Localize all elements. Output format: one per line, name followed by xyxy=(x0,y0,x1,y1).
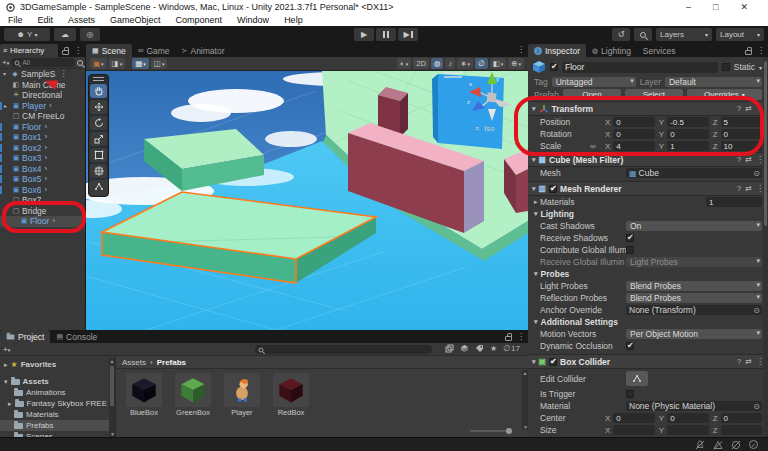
mesh-object-field[interactable]: ▦Cube⊙ xyxy=(626,168,762,178)
anchor-override-field[interactable]: None (Transform)⊙ xyxy=(626,305,762,315)
overlay-drag-handle[interactable] xyxy=(93,77,104,81)
probes-section[interactable]: ▾Probes xyxy=(528,268,768,280)
help-icon[interactable]: ? xyxy=(737,357,741,366)
asset-player[interactable]: Player xyxy=(222,373,262,417)
is-trigger-checkbox[interactable] xyxy=(626,390,634,398)
hierarchy-search-input[interactable]: All xyxy=(11,58,75,67)
receive-shadows-checkbox[interactable] xyxy=(626,234,634,242)
link-scale-icon[interactable]: ∞ xyxy=(590,142,602,151)
notification-muted-icon[interactable] xyxy=(695,440,705,450)
kebab-menu-icon[interactable]: ⋮ xyxy=(60,70,68,78)
kebab-menu-icon[interactable]: ⋮ xyxy=(517,46,525,54)
center-x-field[interactable]: 0 xyxy=(613,413,654,423)
additional-settings-section[interactable]: ▾Additional Settings xyxy=(528,316,768,328)
asset-greenbox[interactable]: GreenBox xyxy=(173,373,213,417)
tree-prefabs[interactable]: Prefabs xyxy=(0,420,115,431)
prefab-arrow-icon[interactable]: › xyxy=(44,132,47,143)
prefab-arrow-icon[interactable]: › xyxy=(44,153,47,164)
snap-settings-dropdown[interactable]: ◫▾ xyxy=(151,58,168,69)
position-x-field[interactable]: 0 xyxy=(613,117,654,127)
object-picker-icon[interactable]: ⊙ xyxy=(753,402,760,411)
component-enabled-checkbox[interactable] xyxy=(549,185,557,193)
transform-tool[interactable] xyxy=(90,164,107,178)
prefab-open-button[interactable]: Open xyxy=(563,89,621,100)
grid-visibility-dropdown[interactable]: ▦▾ xyxy=(132,58,149,69)
lock-icon[interactable] xyxy=(745,50,752,55)
hierarchy-row-bridge-floor[interactable]: ▣Floor› xyxy=(0,216,85,227)
favorites-star-icon[interactable]: ★ xyxy=(490,344,497,353)
search-button[interactable] xyxy=(634,28,652,41)
presets-icon[interactable]: ⇄ xyxy=(745,104,752,113)
presets-icon[interactable]: ⇄ xyxy=(745,184,752,193)
inspector-scrollbar[interactable] xyxy=(763,57,768,437)
content-scrollbar[interactable]: ▲▼ xyxy=(522,370,528,430)
hierarchy-row-box5[interactable]: ▣Box5› xyxy=(0,174,85,185)
hierarchy-row-bridge[interactable]: ▾▢Bridge xyxy=(0,206,85,217)
size-x-field[interactable] xyxy=(613,425,654,435)
object-picker-icon[interactable]: ⊙ xyxy=(753,306,760,315)
position-z-field[interactable]: 5 xyxy=(721,117,762,127)
rotation-z-field[interactable]: 0 xyxy=(721,129,762,139)
prefab-arrow-icon[interactable]: › xyxy=(44,185,47,196)
prefab-select-button[interactable]: Select xyxy=(625,89,683,100)
layers-dropdown[interactable]: Layers▾ xyxy=(656,28,712,41)
2d-toggle[interactable]: 2D xyxy=(413,58,429,69)
kebab-menu-icon[interactable]: ⋮ xyxy=(757,47,765,55)
tool-handle-position-dropdown[interactable]: ▣▾ xyxy=(90,58,107,69)
kebab-menu-icon[interactable]: ⋮ xyxy=(517,333,525,341)
hidden-count-badge[interactable]: ∅17 xyxy=(503,344,520,353)
foldout-icon[interactable]: ▸ xyxy=(8,400,12,408)
tab-game[interactable]: ∞Game xyxy=(132,44,176,57)
mesh-renderer-header[interactable]: ▾ ▥ Mesh Renderer ?⇄⋮ xyxy=(528,181,768,196)
prefab-arrow-icon[interactable]: › xyxy=(44,122,47,133)
tab-project[interactable]: Project xyxy=(0,330,50,343)
scene-3d-render[interactable]: y x z ≡ Iso xyxy=(86,71,528,330)
rotation-x-field[interactable]: 0 xyxy=(613,129,654,139)
project-search-input[interactable] xyxy=(255,345,432,354)
kebab-menu-icon[interactable]: ⋮ xyxy=(74,47,82,55)
add-gameobject-button[interactable]: +▾ xyxy=(2,58,9,67)
mesh-filter-header[interactable]: ▾ ▦ Cube (Mesh Filter) ?⇄⋮ xyxy=(528,152,768,167)
tree-materials[interactable]: Materials xyxy=(0,409,115,420)
center-y-field[interactable]: 0 xyxy=(667,413,708,423)
object-picker-icon[interactable]: ⊙ xyxy=(753,169,760,178)
presets-icon[interactable]: ⇄ xyxy=(745,155,752,164)
lighting-section[interactable]: ▾Lighting xyxy=(528,208,768,220)
tree-animations[interactable]: Animations xyxy=(0,387,115,398)
search-filter-icon[interactable] xyxy=(77,60,83,66)
gameobject-name-field[interactable]: Floor xyxy=(562,62,718,73)
foldout-icon[interactable]: ▾ xyxy=(534,270,538,278)
layer-dropdown[interactable]: Default xyxy=(665,77,762,87)
hierarchy-row-floor[interactable]: ▣Floor› xyxy=(0,122,85,133)
prefab-arrow-icon[interactable]: › xyxy=(44,174,47,185)
menu-window[interactable]: Window xyxy=(237,15,269,25)
menu-assets[interactable]: Assets xyxy=(68,15,95,25)
help-icon[interactable]: ? xyxy=(737,104,741,113)
menu-file[interactable]: File xyxy=(8,15,23,25)
gizmos-dropdown[interactable]: ⊕▾ xyxy=(508,58,524,69)
menu-component[interactable]: Component xyxy=(176,15,223,25)
scene-visibility-toggle[interactable]: ∅ xyxy=(475,58,488,69)
static-dropdown-icon[interactable]: ▾ xyxy=(759,64,762,71)
cast-shadows-dropdown[interactable]: On xyxy=(626,221,762,231)
position-y-field[interactable]: -0.5 xyxy=(667,117,708,127)
foldout-icon[interactable]: ▾ xyxy=(532,185,536,193)
size-y-field[interactable] xyxy=(667,425,708,435)
thumbnail-size-slider[interactable] xyxy=(470,430,510,432)
play-button[interactable]: ▶ xyxy=(354,28,374,41)
tree-assets[interactable]: ▾Assets xyxy=(0,376,115,387)
foldout-icon[interactable]: ▾ xyxy=(532,156,536,164)
rotate-tool[interactable] xyxy=(90,116,107,130)
breadcrumb-root[interactable]: Assets xyxy=(122,358,146,367)
expander-icon[interactable]: ▸ xyxy=(4,101,10,112)
foldout-icon[interactable]: ▾ xyxy=(532,105,536,113)
account-button[interactable]: ☻ Y ▾ xyxy=(4,28,50,41)
prefab-arrow-icon[interactable]: › xyxy=(44,143,47,154)
active-checkbox[interactable] xyxy=(550,63,558,71)
hierarchy-row-cm-freelook[interactable]: ▢CM FreeLo xyxy=(0,111,85,122)
tab-services[interactable]: Services xyxy=(637,44,682,57)
expander-icon[interactable]: ▾ xyxy=(3,69,9,80)
box-collider-header[interactable]: ▾ ▣ Box Collider ?⇄⋮ xyxy=(528,354,768,369)
rotation-y-field[interactable]: 0 xyxy=(667,129,708,139)
size-z-field[interactable] xyxy=(721,425,762,435)
